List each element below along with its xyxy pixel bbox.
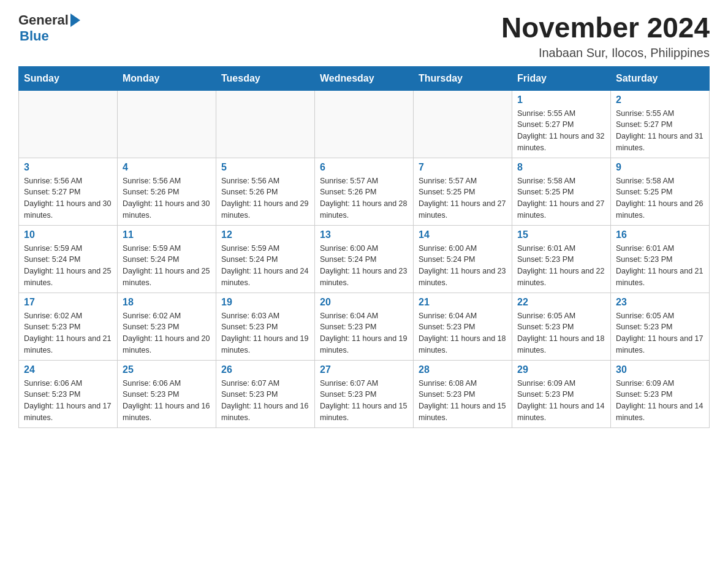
day-number: 22 — [517, 297, 605, 308]
day-info: Sunrise: 6:07 AMSunset: 5:23 PMDaylight:… — [320, 378, 408, 424]
calendar-cell: 27Sunrise: 6:07 AMSunset: 5:23 PMDayligh… — [315, 360, 414, 427]
calendar-cell: 4Sunrise: 5:56 AMSunset: 5:26 PMDaylight… — [118, 158, 216, 225]
day-number: 11 — [123, 229, 211, 240]
calendar-cell — [315, 90, 414, 158]
day-info: Sunrise: 5:56 AMSunset: 5:26 PMDaylight:… — [221, 175, 309, 221]
calendar-cell: 22Sunrise: 6:05 AMSunset: 5:23 PMDayligh… — [512, 293, 611, 360]
day-number: 26 — [221, 364, 309, 375]
calendar-cell: 26Sunrise: 6:07 AMSunset: 5:23 PMDayligh… — [216, 360, 315, 427]
day-info: Sunrise: 6:07 AMSunset: 5:23 PMDaylight:… — [221, 378, 309, 424]
calendar-cell: 11Sunrise: 5:59 AMSunset: 5:24 PMDayligh… — [118, 225, 216, 293]
day-number: 16 — [616, 229, 704, 240]
calendar-cell: 24Sunrise: 6:06 AMSunset: 5:23 PMDayligh… — [19, 360, 118, 427]
calendar-cell: 25Sunrise: 6:06 AMSunset: 5:23 PMDayligh… — [118, 360, 216, 427]
day-info: Sunrise: 5:55 AMSunset: 5:27 PMDaylight:… — [517, 108, 605, 154]
day-number: 21 — [419, 297, 507, 308]
calendar-header-wednesday: Wednesday — [315, 66, 414, 90]
day-info: Sunrise: 6:05 AMSunset: 5:23 PMDaylight:… — [517, 310, 605, 356]
day-number: 8 — [517, 162, 605, 173]
title-section: November 2024 Inabaan Sur, Ilocos, Phili… — [501, 12, 710, 60]
calendar-cell: 20Sunrise: 6:04 AMSunset: 5:23 PMDayligh… — [315, 293, 414, 360]
calendar-week-row: 17Sunrise: 6:02 AMSunset: 5:23 PMDayligh… — [19, 293, 710, 360]
calendar-cell: 10Sunrise: 5:59 AMSunset: 5:24 PMDayligh… — [19, 225, 118, 293]
day-info: Sunrise: 6:02 AMSunset: 5:23 PMDaylight:… — [123, 310, 211, 356]
day-number: 6 — [320, 162, 408, 173]
day-info: Sunrise: 6:09 AMSunset: 5:23 PMDaylight:… — [517, 378, 605, 424]
page-header: General Blue November 2024 Inabaan Sur, … — [18, 12, 710, 60]
logo-general-text: General — [18, 12, 69, 28]
calendar-cell: 18Sunrise: 6:02 AMSunset: 5:23 PMDayligh… — [118, 293, 216, 360]
calendar-cell: 29Sunrise: 6:09 AMSunset: 5:23 PMDayligh… — [512, 360, 611, 427]
day-info: Sunrise: 5:57 AMSunset: 5:25 PMDaylight:… — [419, 175, 507, 221]
calendar-cell — [216, 90, 315, 158]
day-info: Sunrise: 5:59 AMSunset: 5:24 PMDaylight:… — [123, 243, 211, 289]
calendar-cell — [19, 90, 118, 158]
calendar-header-sunday: Sunday — [19, 66, 118, 90]
day-info: Sunrise: 5:55 AMSunset: 5:27 PMDaylight:… — [616, 108, 704, 154]
calendar-header-monday: Monday — [118, 66, 216, 90]
day-info: Sunrise: 6:08 AMSunset: 5:23 PMDaylight:… — [419, 378, 507, 424]
calendar-cell: 7Sunrise: 5:57 AMSunset: 5:25 PMDaylight… — [414, 158, 512, 225]
day-info: Sunrise: 6:03 AMSunset: 5:23 PMDaylight:… — [221, 310, 309, 356]
calendar-cell — [118, 90, 216, 158]
day-info: Sunrise: 6:04 AMSunset: 5:23 PMDaylight:… — [320, 310, 408, 356]
day-info: Sunrise: 6:05 AMSunset: 5:23 PMDaylight:… — [616, 310, 704, 356]
calendar-cell — [414, 90, 512, 158]
logo: General Blue — [18, 12, 80, 44]
calendar-cell: 30Sunrise: 6:09 AMSunset: 5:23 PMDayligh… — [611, 360, 710, 427]
day-number: 25 — [123, 364, 211, 375]
day-info: Sunrise: 6:00 AMSunset: 5:24 PMDaylight:… — [419, 243, 507, 289]
day-info: Sunrise: 6:02 AMSunset: 5:23 PMDaylight:… — [24, 310, 112, 356]
location-title: Inabaan Sur, Ilocos, Philippines — [501, 46, 710, 60]
calendar-cell: 9Sunrise: 5:58 AMSunset: 5:25 PMDaylight… — [611, 158, 710, 225]
day-info: Sunrise: 5:56 AMSunset: 5:26 PMDaylight:… — [123, 175, 211, 221]
calendar-cell: 19Sunrise: 6:03 AMSunset: 5:23 PMDayligh… — [216, 293, 315, 360]
calendar-cell: 5Sunrise: 5:56 AMSunset: 5:26 PMDaylight… — [216, 158, 315, 225]
calendar-cell: 2Sunrise: 5:55 AMSunset: 5:27 PMDaylight… — [611, 90, 710, 158]
day-number: 28 — [419, 364, 507, 375]
calendar-week-row: 24Sunrise: 6:06 AMSunset: 5:23 PMDayligh… — [19, 360, 710, 427]
calendar-week-row: 3Sunrise: 5:56 AMSunset: 5:27 PMDaylight… — [19, 158, 710, 225]
day-info: Sunrise: 5:59 AMSunset: 5:24 PMDaylight:… — [24, 243, 112, 289]
calendar-cell: 1Sunrise: 5:55 AMSunset: 5:27 PMDaylight… — [512, 90, 611, 158]
day-info: Sunrise: 5:58 AMSunset: 5:25 PMDaylight:… — [517, 175, 605, 221]
day-info: Sunrise: 5:58 AMSunset: 5:25 PMDaylight:… — [616, 175, 704, 221]
calendar-cell: 28Sunrise: 6:08 AMSunset: 5:23 PMDayligh… — [414, 360, 512, 427]
calendar-header-tuesday: Tuesday — [216, 66, 315, 90]
day-info: Sunrise: 6:01 AMSunset: 5:23 PMDaylight:… — [517, 243, 605, 289]
calendar-cell: 12Sunrise: 5:59 AMSunset: 5:24 PMDayligh… — [216, 225, 315, 293]
day-number: 2 — [616, 94, 704, 105]
day-number: 29 — [517, 364, 605, 375]
day-number: 17 — [24, 297, 112, 308]
calendar-table: SundayMondayTuesdayWednesdayThursdayFrid… — [18, 66, 710, 428]
day-number: 12 — [221, 229, 309, 240]
calendar-week-row: 10Sunrise: 5:59 AMSunset: 5:24 PMDayligh… — [19, 225, 710, 293]
day-info: Sunrise: 6:01 AMSunset: 5:23 PMDaylight:… — [616, 243, 704, 289]
calendar-header-row: SundayMondayTuesdayWednesdayThursdayFrid… — [19, 66, 710, 90]
day-number: 3 — [24, 162, 112, 173]
day-number: 14 — [419, 229, 507, 240]
day-number: 1 — [517, 94, 605, 105]
day-number: 7 — [419, 162, 507, 173]
month-title: November 2024 — [501, 12, 710, 44]
day-number: 15 — [517, 229, 605, 240]
calendar-header-friday: Friday — [512, 66, 611, 90]
calendar-cell: 21Sunrise: 6:04 AMSunset: 5:23 PMDayligh… — [414, 293, 512, 360]
day-number: 13 — [320, 229, 408, 240]
day-number: 20 — [320, 297, 408, 308]
calendar-header-saturday: Saturday — [611, 66, 710, 90]
day-number: 4 — [123, 162, 211, 173]
day-number: 23 — [616, 297, 704, 308]
calendar-week-row: 1Sunrise: 5:55 AMSunset: 5:27 PMDaylight… — [19, 90, 710, 158]
day-number: 19 — [221, 297, 309, 308]
calendar-cell: 15Sunrise: 6:01 AMSunset: 5:23 PMDayligh… — [512, 225, 611, 293]
calendar-cell: 16Sunrise: 6:01 AMSunset: 5:23 PMDayligh… — [611, 225, 710, 293]
day-info: Sunrise: 6:04 AMSunset: 5:23 PMDaylight:… — [419, 310, 507, 356]
calendar-cell: 6Sunrise: 5:57 AMSunset: 5:26 PMDaylight… — [315, 158, 414, 225]
day-number: 9 — [616, 162, 704, 173]
calendar-header-thursday: Thursday — [414, 66, 512, 90]
day-info: Sunrise: 6:09 AMSunset: 5:23 PMDaylight:… — [616, 378, 704, 424]
day-info: Sunrise: 6:06 AMSunset: 5:23 PMDaylight:… — [123, 378, 211, 424]
day-info: Sunrise: 5:56 AMSunset: 5:27 PMDaylight:… — [24, 175, 112, 221]
calendar-cell: 23Sunrise: 6:05 AMSunset: 5:23 PMDayligh… — [611, 293, 710, 360]
